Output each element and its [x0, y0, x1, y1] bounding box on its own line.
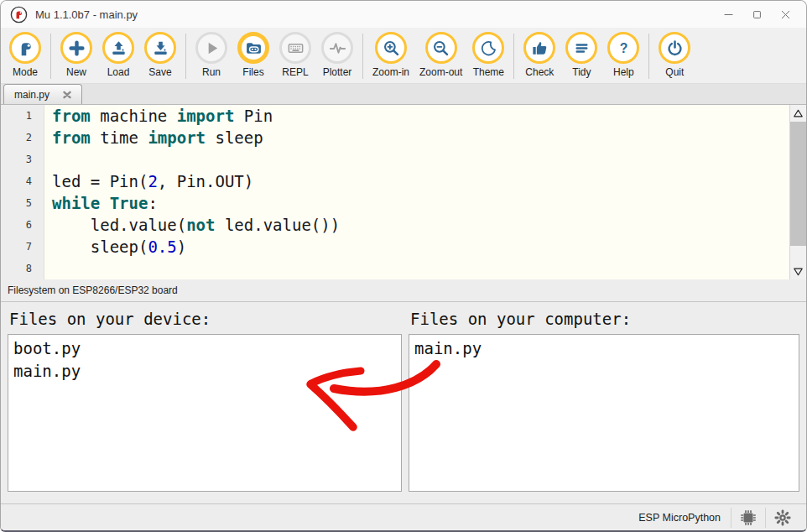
toolbar-button-repl: REPL: [274, 32, 316, 78]
repl-icon: [279, 32, 311, 64]
line-number: 5: [1, 192, 44, 214]
toolbar-button-help[interactable]: ?Help: [602, 32, 644, 78]
code-editor: 12345678 from machine import Pinfrom tim…: [1, 105, 806, 279]
toolbar-separator: [362, 34, 363, 79]
toolbar-separator: [648, 34, 649, 79]
filesystem-status-label: Filesystem on ESP8266/ESP32 board: [1, 279, 806, 302]
toolbar-button-label: Run: [202, 66, 221, 78]
code-area[interactable]: from machine import Pinfrom time import …: [44, 105, 789, 279]
toolbar-button-files[interactable]: Files: [232, 32, 274, 78]
computer-pane-heading: Files on your computer:: [409, 302, 799, 334]
toolbar-button-check[interactable]: Check: [518, 32, 560, 78]
files-icon: [237, 32, 269, 64]
mu-window: Mu 1.1.0b7 - main.py ModeNewLoadSaveRunF…: [0, 0, 807, 532]
file-item[interactable]: main.py: [8, 360, 401, 383]
close-icon[interactable]: [771, 1, 799, 28]
line-number: 7: [1, 236, 44, 258]
tab-close-icon[interactable]: [61, 89, 73, 101]
toolbar-button-label: REPL: [282, 66, 308, 78]
file-item[interactable]: boot.py: [8, 337, 401, 360]
line-number: 6: [1, 214, 44, 236]
zoom-in-icon: [375, 32, 407, 64]
new-icon: [60, 32, 92, 64]
device-pane: Files on your device: boot.pymain.py: [8, 302, 402, 503]
line-number: 2: [1, 127, 44, 149]
line-number: 4: [1, 170, 44, 192]
toolbar-button-label: Load: [107, 66, 130, 78]
toolbar-button-quit[interactable]: Quit: [653, 32, 695, 78]
window-controls: [714, 1, 799, 28]
help-icon: ?: [607, 32, 639, 64]
toolbar-button-label: Tidy: [572, 66, 591, 78]
computer-file-list[interactable]: main.py: [409, 334, 799, 492]
quit-icon: [659, 32, 690, 64]
tab-bar: main.py: [1, 84, 806, 105]
gear-icon[interactable]: [766, 507, 799, 529]
scroll-up-icon[interactable]: [790, 105, 806, 122]
tab-label: main.py: [14, 89, 49, 101]
toolbar-button-zoom-out[interactable]: Zoom-out: [414, 32, 467, 78]
load-icon: [102, 32, 134, 64]
toolbar-separator: [185, 34, 186, 79]
code-line: led.value(not led.value()): [52, 214, 789, 236]
toolbar-button-plotter: Plotter: [316, 32, 358, 78]
status-mode-label: ESP MicroPython: [638, 512, 721, 524]
file-panes: Files on your device: boot.pymain.py Fil…: [1, 302, 806, 503]
chip-icon[interactable]: [732, 507, 765, 529]
mu-logo-icon: [10, 6, 28, 23]
line-number: 1: [1, 105, 44, 127]
toolbar-button-label: Check: [525, 66, 554, 78]
toolbar-button-load[interactable]: Load: [97, 32, 139, 78]
toolbar-separator: [513, 34, 514, 79]
toolbar-button-zoom-in[interactable]: Zoom-in: [367, 32, 414, 78]
device-pane-heading: Files on your device:: [8, 302, 402, 334]
code-line: led = Pin(2, Pin.OUT): [52, 170, 789, 192]
code-line: [52, 149, 789, 170]
toolbar-button-label: Save: [148, 66, 171, 78]
code-line: [52, 258, 789, 279]
toolbar-separator: [50, 34, 51, 79]
line-number-gutter: 12345678: [1, 105, 44, 279]
line-number: 8: [1, 258, 44, 279]
computer-pane: Files on your computer: main.py: [409, 302, 799, 503]
toolbar-button-run: Run: [190, 32, 232, 78]
toolbar-button-label: Mode: [13, 66, 38, 78]
toolbar-button-label: Files: [242, 66, 263, 78]
toolbar-button-theme[interactable]: Theme: [467, 32, 509, 78]
zoom-out-icon: [425, 32, 457, 64]
toolbar-button-label: Zoom-out: [419, 66, 462, 78]
toolbar-button-label: Theme: [473, 66, 504, 78]
toolbar-button-new[interactable]: New: [55, 32, 97, 78]
toolbar-button-mode[interactable]: Mode: [4, 32, 46, 78]
toolbar-button-tidy[interactable]: Tidy: [560, 32, 602, 78]
plotter-icon: [321, 32, 353, 64]
file-item[interactable]: main.py: [409, 337, 799, 360]
toolbar-button-save[interactable]: Save: [139, 32, 181, 78]
mode-icon: [9, 32, 41, 64]
code-line: from machine import Pin: [52, 105, 789, 127]
minimize-icon[interactable]: [714, 1, 742, 28]
device-file-list[interactable]: boot.pymain.py: [8, 334, 402, 492]
scroll-down-icon[interactable]: [790, 263, 806, 279]
scrollbar-thumb[interactable]: [790, 122, 806, 246]
toolbar-button-label: New: [66, 66, 86, 78]
line-number: 3: [1, 149, 44, 170]
window-title: Mu 1.1.0b7 - main.py: [35, 8, 714, 21]
toolbar-button-label: Quit: [665, 66, 684, 78]
toolbar-button-label: Plotter: [323, 66, 352, 78]
code-line: sleep(0.5): [52, 236, 789, 258]
scrollbar-track[interactable]: [790, 122, 806, 263]
save-icon: [144, 32, 176, 64]
code-line: while True:: [52, 192, 789, 214]
toolbar-button-label: Zoom-in: [372, 66, 409, 78]
titlebar: Mu 1.1.0b7 - main.py: [1, 1, 806, 28]
toolbar-button-label: Help: [613, 66, 634, 78]
check-icon: [523, 32, 555, 64]
tab-main-py[interactable]: main.py: [3, 84, 82, 104]
code-line: from time import sleep: [52, 127, 789, 149]
tidy-icon: [565, 32, 597, 64]
toolbar: ModeNewLoadSaveRunFilesREPLPlotterZoom-i…: [1, 28, 806, 84]
editor-scrollbar[interactable]: [789, 105, 806, 279]
maximize-icon[interactable]: [742, 1, 771, 28]
theme-icon: [472, 32, 504, 64]
